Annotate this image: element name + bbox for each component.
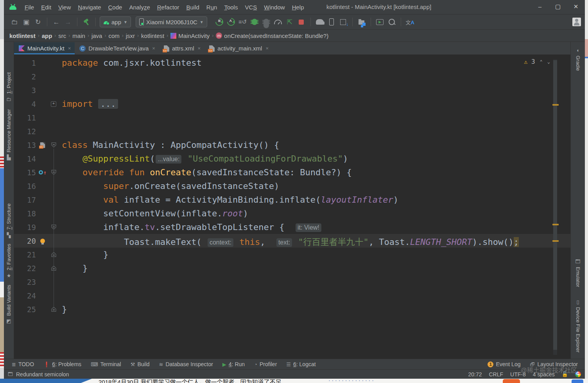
translate-icon[interactable]: 文A xyxy=(405,17,415,27)
caret-position[interactable]: 20:72 xyxy=(468,371,482,378)
menu-item-run[interactable]: Run xyxy=(203,4,221,11)
target-device-select[interactable]: Xiaomi M2006J10C▼ xyxy=(136,16,207,27)
save-all-icon[interactable]: ▣ xyxy=(21,17,31,27)
tool-window-button-build[interactable]: ⚒Build xyxy=(126,361,154,367)
tool-window-button-device-file-explorer[interactable]: ▯Device File Explorer xyxy=(575,299,581,352)
intention-bulb-icon[interactable] xyxy=(40,239,45,243)
tool-window-button-gradle[interactable]: ◖Gradle xyxy=(575,47,581,71)
tool-window-button-emulator[interactable]: 🗔Emulator xyxy=(575,259,581,287)
code-line-20[interactable]: 20 Toast.makeText( context: this, text: … xyxy=(14,234,570,248)
minimize-button[interactable]: – xyxy=(531,0,549,14)
code-line-21[interactable]: 21 } xyxy=(14,248,570,261)
tool-window-button-profiler[interactable]: ◔Profiler xyxy=(249,361,281,367)
attach-debugger-icon[interactable]: ⇱ xyxy=(285,17,295,27)
breadcrumb-item[interactable]: main xyxy=(72,32,85,39)
code-line-19[interactable]: 19 inflate.tv.setDrawableTopListener { i… xyxy=(14,220,570,234)
editor-scrollbar-thumb[interactable] xyxy=(553,60,557,350)
tab-close-icon[interactable]: × xyxy=(265,45,269,51)
sync-icon[interactable]: ↻ xyxy=(33,17,43,27)
profiler-icon[interactable] xyxy=(273,17,283,27)
inspection-status-icon[interactable]: 🗔 xyxy=(8,371,13,377)
forward-icon[interactable]: → xyxy=(63,17,73,27)
menu-item-help[interactable]: Help xyxy=(289,4,308,11)
tab-close-icon[interactable]: × xyxy=(198,45,201,51)
warning-stripe-mark[interactable] xyxy=(552,224,559,225)
menu-item-edit[interactable]: Edit xyxy=(38,4,55,11)
event-log-button[interactable]: 1 Event Log xyxy=(483,361,525,367)
related-xml-icon[interactable] xyxy=(40,142,45,147)
breadcrumb-item[interactable]: app xyxy=(42,32,52,39)
apply-changes-icon[interactable]: A xyxy=(226,17,236,27)
fold-expand-icon[interactable]: + xyxy=(51,101,56,107)
code-line-14[interactable]: 14 @SuppressLint(...value: "UseCompatLoa… xyxy=(14,152,570,165)
breadcrumb-item[interactable]: java xyxy=(91,32,102,39)
tab-activity-main-xml[interactable]: activity_main.xml× xyxy=(204,42,272,54)
project-structure-icon[interactable] xyxy=(357,17,367,27)
tab-close-icon[interactable]: × xyxy=(152,45,155,51)
menu-item-build[interactable]: Build xyxy=(183,4,203,11)
search-everywhere-icon[interactable] xyxy=(387,17,397,27)
menu-item-analyze[interactable]: Analyze xyxy=(125,4,153,11)
breadcrumb-item[interactable]: kotlintest xyxy=(141,32,164,39)
breadcrumb-item[interactable]: monCreate(savedInstanceState: Bundle?) xyxy=(216,32,328,39)
line-ending[interactable]: CRLF xyxy=(489,371,503,378)
breadcrumb-item[interactable]: jsxr xyxy=(126,32,135,39)
apply-code-changes-icon[interactable]: ≡↺ xyxy=(238,17,248,27)
menu-item-code[interactable]: Code xyxy=(105,4,126,11)
tab-close-icon[interactable]: × xyxy=(68,45,71,51)
menu-item-navigate[interactable]: Navigate xyxy=(74,4,104,11)
warning-stripe-mark[interactable] xyxy=(552,104,559,106)
profile-avatar[interactable] xyxy=(572,17,582,27)
breadcrumb-item[interactable]: kotlintest xyxy=(9,32,36,39)
run-icon[interactable] xyxy=(214,17,224,27)
code-line-16[interactable]: 16 super.onCreate(savedInstanceState) xyxy=(14,179,570,193)
code-line-1[interactable]: 1package com.jsxr.kotlintest xyxy=(14,56,570,70)
debug-icon[interactable] xyxy=(249,17,260,27)
sync-gradle-icon[interactable] xyxy=(315,17,325,27)
inspection-widget[interactable]: ⚠ 3 ⌃ ⌄ xyxy=(524,58,550,65)
tab-drawabletextview-java[interactable]: CDrawableTextView.java× xyxy=(75,42,159,54)
tool-window-button-terminal[interactable]: ⌨Terminal xyxy=(86,361,126,367)
tool-window-button-resource-manager[interactable]: Resource Manager▙ xyxy=(6,109,12,161)
code-editor[interactable]: 1package com.jsxr.kotlintest234+import .… xyxy=(14,55,570,359)
prev-warning-icon[interactable]: ⌃ xyxy=(540,59,543,65)
stop-icon[interactable] xyxy=(296,17,307,27)
maximize-button[interactable]: ▢ xyxy=(549,0,567,14)
breadcrumb-item[interactable]: MainActivity xyxy=(170,32,210,39)
fold-marker-icon[interactable] xyxy=(51,142,56,147)
menu-item-window[interactable]: Window xyxy=(260,4,288,11)
back-icon[interactable]: ← xyxy=(51,17,61,27)
build-hammer-icon[interactable] xyxy=(81,17,91,27)
menu-item-file[interactable]: File xyxy=(21,4,38,11)
menu-item-tools[interactable]: Tools xyxy=(220,4,241,11)
code-line-15[interactable]: 15↑ override fun onCreate(savedInstanceS… xyxy=(14,165,570,179)
next-warning-icon[interactable]: ⌄ xyxy=(547,59,550,65)
tab-attrs-xml[interactable]: attrs.xml× xyxy=(159,42,204,54)
code-line-3[interactable]: 3 xyxy=(14,83,570,97)
tool-window-button-1-project[interactable]: 1: Project🗀 xyxy=(6,72,12,102)
tool-window-button-build-variants[interactable]: Build Variants◩ xyxy=(6,285,12,324)
tool-window-button-database-inspector[interactable]: ≋Database Inspector xyxy=(154,361,218,367)
menu-item-vcs[interactable]: VCS xyxy=(241,4,260,11)
tool-window-button-run[interactable]: ▶4: Run xyxy=(218,361,249,367)
tool-window-button-2-favorites[interactable]: 2: Favorites★ xyxy=(6,244,12,279)
code-line-11[interactable]: 11 xyxy=(14,111,570,124)
run-configuration-select[interactable]: app▼ xyxy=(100,16,131,27)
attach-profiler-icon[interactable] xyxy=(261,17,271,27)
tool-window-button-logcat[interactable]: ☰6: Logcat xyxy=(281,361,320,367)
close-button[interactable]: ✕ xyxy=(567,0,585,14)
tool-window-button-problems[interactable]: ❗6: Problems xyxy=(39,361,86,367)
menu-item-view[interactable]: View xyxy=(55,4,74,11)
breadcrumb-item[interactable]: src xyxy=(58,32,66,39)
tool-window-button-7-structure[interactable]: 7: Structure▚ xyxy=(6,203,12,238)
code-line-23[interactable]: 23 xyxy=(14,275,570,289)
open-icon[interactable]: 🗀 xyxy=(9,17,20,27)
code-line-12[interactable]: 12 xyxy=(14,124,570,138)
code-line-22[interactable]: 22 } xyxy=(14,261,570,275)
warning-stripe-mark[interactable] xyxy=(552,240,559,242)
tab-mainactivity-kt[interactable]: MainActivity.kt× xyxy=(14,42,75,54)
code-line-25[interactable]: 25} xyxy=(14,302,570,316)
code-line-4[interactable]: 4+import ... xyxy=(14,97,570,111)
device-manager-icon[interactable] xyxy=(326,17,337,27)
sdk-manager-icon[interactable] xyxy=(338,17,348,27)
